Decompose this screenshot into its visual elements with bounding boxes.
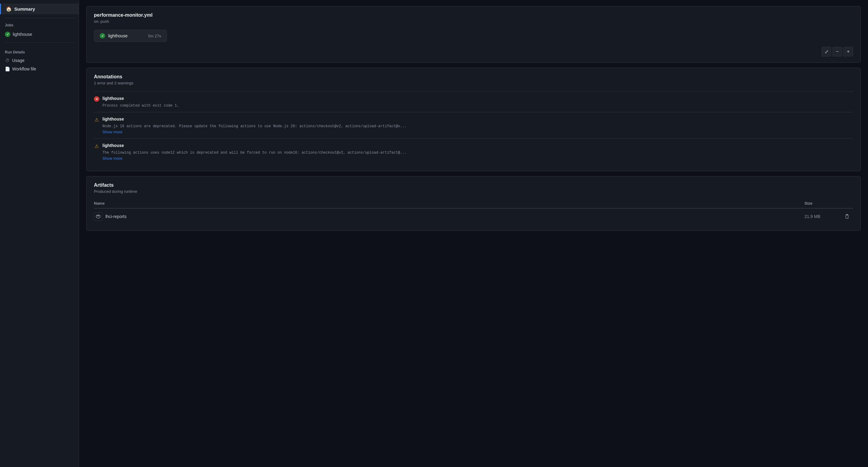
- jobs-section-label: Jobs: [0, 22, 79, 30]
- annotation-item-error: lighthouse Process completed with exit c…: [94, 91, 853, 112]
- plus-icon: +: [847, 49, 849, 54]
- home-icon: 🏠: [6, 6, 12, 12]
- run-details-section-label: Run details: [0, 46, 79, 56]
- artifact-size: 21.9 MB: [804, 214, 841, 219]
- divider-jobs: [5, 18, 74, 18]
- artifacts-subtitle: Produced during runtime: [94, 189, 853, 194]
- annotation-item-warning-1: ⚠ lighthouse Node.js 16 actions are depr…: [94, 112, 853, 138]
- annotation-message-warning-2: The following actions uses node12 which …: [102, 151, 853, 155]
- sidebar-item-usage[interactable]: ⏱ Usage: [0, 56, 79, 65]
- artifacts-title: Artifacts: [94, 182, 853, 188]
- sidebar-item-lighthouse[interactable]: lighthouse: [0, 30, 79, 39]
- show-more-button-1[interactable]: Show more: [102, 130, 122, 134]
- workflow-file-label: Workflow file: [12, 66, 36, 71]
- annotation-message-error: Process completed with exit code 1.: [102, 104, 853, 108]
- annotation-job-error: lighthouse: [102, 96, 124, 101]
- warning-icon-2: ⚠: [94, 143, 99, 149]
- zoom-controls: ⤢ − +: [94, 47, 853, 57]
- artifacts-card: Artifacts Produced during runtime Name S…: [86, 176, 861, 231]
- job-success-icon: [5, 32, 10, 37]
- artifact-delete-button[interactable]: [841, 214, 853, 219]
- job-box-lighthouse[interactable]: lighthouse 5m 27s: [94, 30, 167, 42]
- workflow-trigger: on: push: [94, 19, 853, 24]
- job-box-duration: 5m 27s: [148, 34, 161, 38]
- zoom-in-button[interactable]: +: [843, 47, 853, 57]
- annotation-job-warning-2: lighthouse: [102, 143, 124, 148]
- file-icon: 📄: [5, 66, 10, 71]
- zoom-out-button[interactable]: −: [832, 47, 842, 57]
- artifact-box-icon: [94, 212, 102, 221]
- summary-label: Summary: [14, 6, 35, 11]
- fit-button[interactable]: ⤢: [822, 47, 831, 57]
- job-box-success-icon: [100, 33, 105, 39]
- annotation-job-warning-1: lighthouse: [102, 116, 124, 122]
- minus-icon: −: [836, 49, 839, 54]
- annotations-subtitle: 1 error and 2 warnings: [94, 81, 853, 85]
- clock-icon: ⏱: [5, 58, 10, 63]
- annotations-card: Annotations 1 error and 2 warnings light…: [86, 68, 861, 171]
- sidebar: 🏠 Summary Jobs lighthouse Run details ⏱ …: [0, 0, 79, 467]
- divider-run-details: [5, 42, 74, 43]
- artifact-name[interactable]: lhci-reports: [105, 214, 804, 219]
- main-content: performance-monitor.yml on: push lightho…: [79, 0, 868, 467]
- show-more-button-2[interactable]: Show more: [102, 156, 122, 161]
- usage-label: Usage: [12, 58, 24, 63]
- workflow-title: performance-monitor.yml: [94, 12, 853, 18]
- job-box-name: lighthouse: [108, 33, 128, 38]
- warning-icon-1: ⚠: [94, 117, 99, 122]
- fit-icon: ⤢: [825, 49, 829, 55]
- artifact-row-lhci: lhci-reports 21.9 MB: [94, 208, 853, 224]
- artifacts-col-size-header: Size: [804, 201, 841, 206]
- annotation-header-error: lighthouse: [94, 96, 853, 102]
- annotation-header-warning-2: ⚠ lighthouse: [94, 143, 853, 149]
- annotation-header-warning-1: ⚠ lighthouse: [94, 116, 853, 122]
- artifacts-col-name-header: Name: [94, 201, 804, 206]
- job-item-label: lighthouse: [13, 32, 32, 37]
- sidebar-item-summary[interactable]: 🏠 Summary: [0, 4, 79, 14]
- sidebar-item-workflow-file[interactable]: 📄 Workflow file: [0, 65, 79, 73]
- artifacts-table-header: Name Size: [94, 199, 853, 208]
- workflow-header-card: performance-monitor.yml on: push lightho…: [86, 6, 861, 63]
- annotation-message-warning-1: Node.js 16 actions are deprecated. Pleas…: [102, 124, 853, 128]
- annotation-item-warning-2: ⚠ lighthouse The following actions uses …: [94, 138, 853, 165]
- error-icon: [94, 96, 99, 102]
- annotations-title: Annotations: [94, 74, 853, 79]
